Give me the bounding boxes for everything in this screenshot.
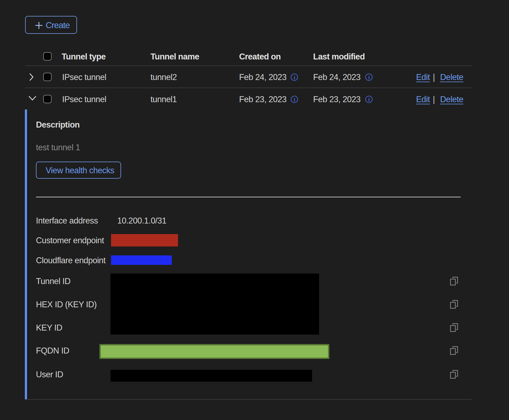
svg-text:i: i <box>294 75 295 80</box>
svg-text:i: i <box>294 97 295 102</box>
svg-text:i: i <box>368 97 370 102</box>
svg-text:i: i <box>368 75 370 80</box>
